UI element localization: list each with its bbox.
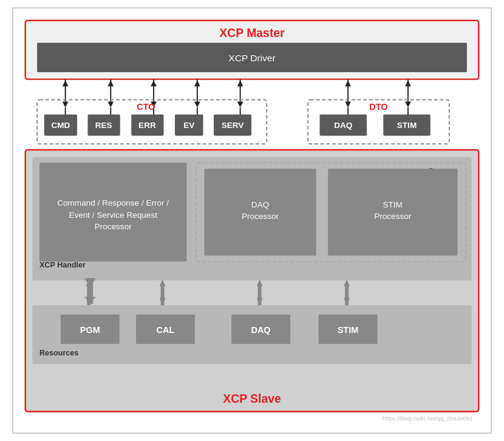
daq-processor-label: DAQ — [251, 200, 269, 209]
svg-marker-27 — [405, 102, 411, 108]
daq-processor-label2: Processor — [242, 212, 279, 221]
svg-marker-23 — [345, 102, 351, 108]
svg-marker-25 — [345, 81, 351, 87]
stim-packet: STIM — [397, 121, 417, 130]
architecture-svg: XCP Master XCP Driver — [19, 15, 485, 426]
cmd-processor-label: Command / Response / Error / — [57, 198, 169, 207]
stim-resource: STIM — [338, 325, 359, 335]
xcp-master-title: XCP Master — [219, 26, 285, 39]
daq-resource: DAQ — [251, 325, 270, 335]
svg-marker-13 — [151, 81, 157, 87]
cmd-processor-label2: Event / Service Request — [69, 210, 157, 220]
serv-packet: SERV — [222, 121, 244, 130]
svg-rect-56 — [161, 295, 165, 305]
svg-marker-19 — [237, 102, 243, 108]
res-packet: RES — [95, 121, 112, 130]
svg-rect-60 — [258, 295, 262, 305]
watermark: https://blog.csdn.net/qq_25920091 — [383, 415, 473, 422]
svg-rect-64 — [345, 295, 349, 305]
svg-marker-3 — [63, 102, 69, 108]
svg-marker-17 — [194, 81, 200, 87]
daq-packet: DAQ — [334, 121, 352, 130]
svg-marker-7 — [107, 102, 114, 108]
stim-processor-label: STIM — [383, 200, 403, 209]
cto-label: CTO — [137, 102, 155, 112]
svg-marker-5 — [63, 81, 69, 87]
svg-rect-52 — [87, 295, 91, 305]
resources-label: Resources — [39, 349, 78, 358]
main-diagram: XCP Master XCP Driver — [12, 7, 492, 434]
xcp-handler-label: XCP Handler — [39, 261, 86, 269]
svg-marker-9 — [107, 81, 114, 87]
svg-marker-29 — [405, 81, 411, 87]
xcp-driver-label: XCP Driver — [228, 53, 275, 63]
dto-label: DTO — [369, 102, 387, 112]
stim-processor-label2: Processor — [374, 212, 412, 221]
ev-packet: EV — [183, 121, 194, 130]
cmd-packet: CMD — [51, 121, 70, 130]
cmd-processor-label3: Processor — [95, 222, 132, 231]
cal-resource: CAL — [157, 325, 175, 335]
svg-marker-21 — [237, 81, 243, 87]
pgm-resource: PGM — [80, 325, 100, 335]
xcp-slave-title: XCP Slave — [223, 392, 281, 405]
svg-marker-15 — [194, 102, 200, 108]
err-packet: ERR — [138, 121, 156, 130]
